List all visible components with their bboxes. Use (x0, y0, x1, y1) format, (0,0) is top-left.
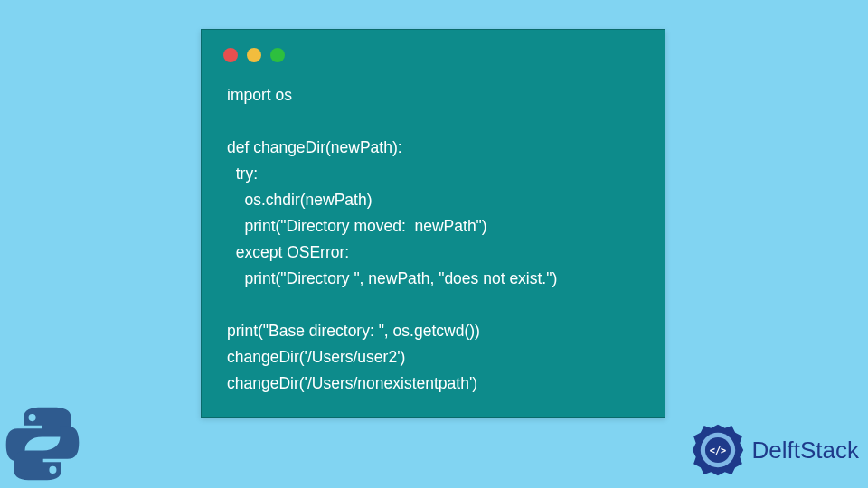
delftstack-label: DelftStack (752, 436, 860, 465)
svg-text:</>: </> (709, 445, 726, 455)
python-logo-icon (4, 405, 81, 483)
delftstack-badge: </> DelftStack (689, 421, 860, 479)
window-traffic-lights (202, 30, 665, 75)
delftstack-gear-icon: </> (689, 421, 747, 479)
code-snippet: import os def changeDir(newPath): try: o… (202, 75, 665, 397)
maximize-dot-icon (270, 48, 285, 62)
minimize-dot-icon (247, 48, 261, 62)
code-card: import os def changeDir(newPath): try: o… (201, 29, 665, 418)
close-dot-icon (223, 48, 238, 62)
